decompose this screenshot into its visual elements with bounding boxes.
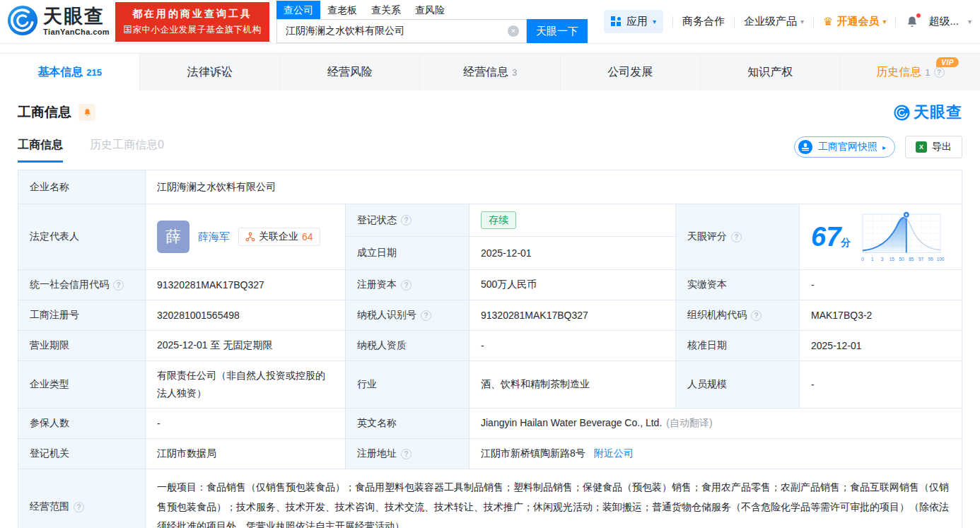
search-button[interactable]: 天眼一下 [527, 19, 588, 43]
search-tab-relation[interactable]: 查关系 [364, 1, 408, 19]
question-icon[interactable]: ? [113, 280, 124, 291]
apps-grid-icon [611, 16, 622, 27]
org-code-value: MAK17BQ3-2 [800, 300, 962, 331]
scope-value: 一般项目：食品销售（仅销售预包装食品）；食品用塑料包装容器工具制品销售；塑料制品… [146, 469, 962, 528]
table-row: 工商注册号 320281001565498 纳税人识别号 ? 91320281M… [18, 300, 962, 331]
tab-operation-info[interactable]: 经营信息 3 [419, 54, 559, 90]
taxpayer-quality-value: - [469, 331, 676, 361]
vip-badge: VIP [936, 57, 959, 67]
staff-size-value: - [800, 361, 962, 409]
business-info-table: 企业名称 江阴海澜之水饮料有限公司 法定代表人 薛 薛海军 关联企 [18, 170, 962, 528]
legal-rep-avatar[interactable]: 薛 [157, 221, 189, 253]
export-button[interactable]: X 导出 [905, 136, 962, 158]
tab-label: 历史信息 [876, 65, 921, 80]
search-tab-company[interactable]: 查公司 [276, 1, 320, 19]
address-label: 注册地址 ? [346, 439, 469, 469]
question-icon[interactable]: ? [934, 67, 945, 78]
est-date-label: 成立日期 [346, 237, 469, 270]
svg-text:50: 50 [899, 257, 905, 262]
search-tab-boss[interactable]: 查老板 [320, 1, 364, 19]
menu-vip[interactable]: ♛ 开通会员 ▾ [823, 15, 886, 28]
nearby-companies-link[interactable]: 附近公司 [594, 447, 634, 459]
table-row: 企业类型 有限责任公司（非自然人投资或控股的法人独资） 行业 酒、饮料和精制茶制… [18, 361, 962, 409]
svg-text:99: 99 [928, 257, 934, 262]
notification-bell[interactable] [905, 15, 919, 29]
reg-authority-value: 江阴市数据局 [146, 439, 346, 469]
section-title: 工商信息 [18, 103, 71, 122]
search-box: ✕ [276, 19, 527, 43]
reg-status-value: 存续 [469, 204, 676, 237]
question-icon[interactable]: ? [731, 232, 742, 242]
credit-code-label: 统一社会信用代码 ? [18, 270, 146, 300]
approve-date-value: 2025-12-01 [800, 331, 962, 361]
official-snapshot-button[interactable]: 工商官网快照 ▸ [794, 136, 895, 158]
reg-authority-label: 登记机关 [18, 439, 146, 469]
subtab-history-business-info[interactable]: 历史工商信息0 [90, 138, 164, 163]
table-row: 登记机关 江阴市数据局 注册地址 ? 江阴市新桥镇陶新路8号 附近公司 [18, 439, 962, 469]
tab-history-info[interactable]: 历史信息 1 ? VIP [840, 54, 980, 90]
search-tab-risk[interactable]: 查风险 [408, 1, 452, 19]
question-icon[interactable]: ? [751, 310, 762, 321]
notification-dot [916, 13, 921, 18]
question-icon[interactable]: ? [401, 280, 412, 291]
question-icon[interactable]: ? [74, 502, 84, 512]
apps-menu[interactable]: 应用 ▾ [604, 10, 663, 33]
search-input[interactable] [277, 25, 526, 37]
english-name-value: Jiangyin Hailan Water Beverage Co., Ltd.… [469, 409, 962, 439]
divider [813, 16, 814, 28]
score-distribution-chart: 0 1 3 15 50 85 97 99 100 [856, 210, 947, 264]
tianyancha-logo[interactable]: 天眼查 TianYanCha.com [7, 5, 110, 39]
status-badge: 存续 [481, 211, 516, 230]
menu-enterprise[interactable]: 企业级产品 ▾ [744, 15, 804, 28]
table-row: 企业名称 江阴海澜之水饮料有限公司 [18, 170, 962, 204]
industry-label: 行业 [346, 361, 469, 409]
industry-value: 酒、饮料和精制茶制造业 [469, 361, 676, 409]
search-area: 查公司 查老板 查关系 查风险 ✕ 天眼一下 [276, 0, 588, 43]
bell-icon [83, 108, 92, 117]
question-icon[interactable]: ? [421, 310, 431, 321]
menu-super-vip[interactable]: 超级... [928, 15, 959, 28]
section-watermark: 天眼查 [894, 102, 962, 123]
clear-icon[interactable]: ✕ [508, 25, 519, 37]
related-companies-badge[interactable]: 关联企业 64 [238, 228, 320, 246]
brand-domain: TianYanCha.com [43, 28, 110, 36]
subtab-business-info[interactable]: 工商信息 [18, 138, 63, 163]
paid-capital-value: - [800, 270, 962, 300]
enterprise-label: 企业级产品 [744, 15, 797, 28]
tab-basic-info[interactable]: 基本信息 215 [0, 54, 139, 90]
taxpayer-no-value: 91320281MAK17BQ327 [469, 300, 676, 331]
company-name-label: 企业名称 [18, 170, 146, 204]
search-tabs: 查公司 查老板 查关系 查风险 [276, 1, 588, 19]
tab-legal-litigation[interactable]: 法律诉讼 [139, 54, 279, 90]
svg-text:3: 3 [881, 257, 884, 262]
question-icon[interactable]: ? [401, 449, 412, 459]
menu-cooperation[interactable]: 商务合作 [682, 15, 725, 28]
approve-date-label: 核准日期 [676, 331, 800, 361]
svg-text:97: 97 [918, 257, 924, 262]
tianyancha-logo-icon [894, 105, 910, 121]
tab-label: 法律诉讼 [187, 65, 233, 80]
legal-rep-name-link[interactable]: 薛海军 [198, 230, 230, 244]
tab-intellectual-property[interactable]: 知识产权 [700, 54, 840, 90]
credit-code-value: 91320281MAK17BQ327 [146, 270, 346, 300]
reg-status-label: 登记状态 ? [346, 204, 469, 237]
promo-line1: 都在用的商业查询工具 [132, 8, 252, 20]
company-type-value: 有限责任公司（非自然人投资或控股的法人独资） [146, 361, 346, 409]
tab-operation-risk[interactable]: 经营风险 [279, 54, 419, 90]
arrow-right-icon: ▸ [882, 143, 886, 151]
auto-translate-note: (自动翻译) [666, 417, 712, 428]
tab-label: 知识产权 [747, 65, 793, 80]
svg-text:0: 0 [861, 257, 864, 262]
tab-company-development[interactable]: 公司发展 [560, 54, 700, 90]
table-row: 经营范围 ? 一般项目：食品销售（仅销售预包装食品）；食品用塑料包装容器工具制品… [18, 469, 962, 528]
monitor-bell-button[interactable] [78, 104, 95, 121]
reg-no-label: 工商注册号 [18, 300, 146, 331]
divider [734, 16, 735, 28]
tab-count: 1 [925, 67, 930, 78]
company-type-label: 企业类型 [18, 361, 146, 409]
related-label: 关联企业 [259, 230, 298, 243]
question-icon[interactable]: ? [401, 215, 412, 225]
score-axis-labels: 0 1 3 15 50 85 97 99 100 [861, 257, 945, 262]
score-cell: 67分 [800, 204, 962, 270]
table-row: 营业期限 2025-12-01 至 无固定期限 纳税人资质 - 核准日期 202… [18, 331, 962, 361]
